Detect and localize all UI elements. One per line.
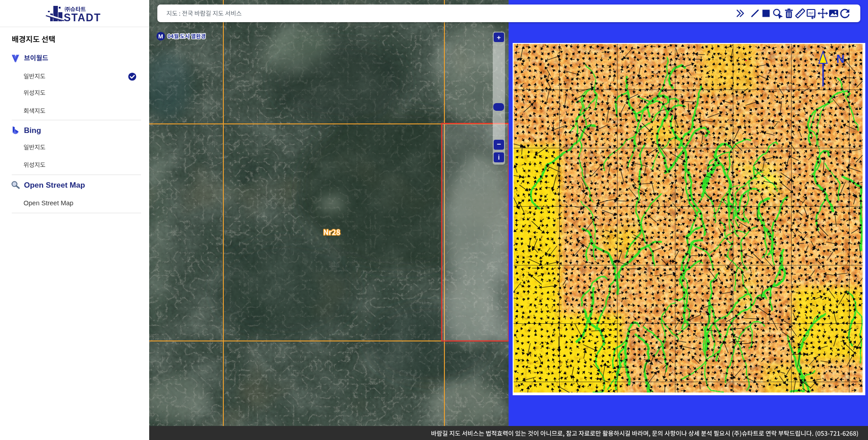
svg-text:m²: m²	[809, 11, 813, 15]
svg-text:N: N	[836, 52, 844, 65]
svg-text:Open Street Map: Open Street Map	[24, 181, 85, 189]
svg-text:STADT: STADT	[64, 12, 101, 24]
svg-text:Bing: Bing	[24, 126, 41, 135]
svg-text:M: M	[158, 33, 163, 40]
svg-text:Open Street Map: Open Street Map	[24, 199, 73, 207]
